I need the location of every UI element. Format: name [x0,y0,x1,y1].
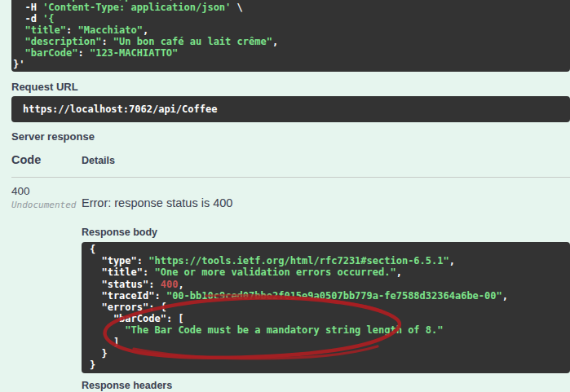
response-status-message: Error: response status is 400 [82,196,232,209]
response-table-details-header: Details [82,155,115,166]
curl-command-block: -H 'accept: text/plain' \ -H 'Content-Ty… [11,0,570,72]
response-headers-label: Response headers [82,380,172,391]
response-table-code-header: Code [11,153,41,166]
table-header-divider [11,177,570,178]
response-body-label: Response body [82,227,157,238]
undocumented-badge: Undocumented [11,200,76,210]
response-body-json: { "type": "https://tools.ietf.org/html/r… [90,244,562,371]
request-url-value: https://localhost:7062/api/Coffee [23,104,217,115]
request-url-block: https://localhost:7062/api/Coffee [11,96,570,122]
response-body-block: { "type": "https://tools.ietf.org/html/r… [82,242,570,373]
status-code-value: 400 [11,185,30,197]
swagger-server-response-panel: -H 'accept: text/plain' \ -H 'Content-Ty… [0,0,570,392]
server-response-label: Server response [11,130,95,143]
curl-command-text: -H 'accept: text/plain' \ -H 'Content-Ty… [13,0,562,70]
request-url-label: Request URL [11,81,78,93]
